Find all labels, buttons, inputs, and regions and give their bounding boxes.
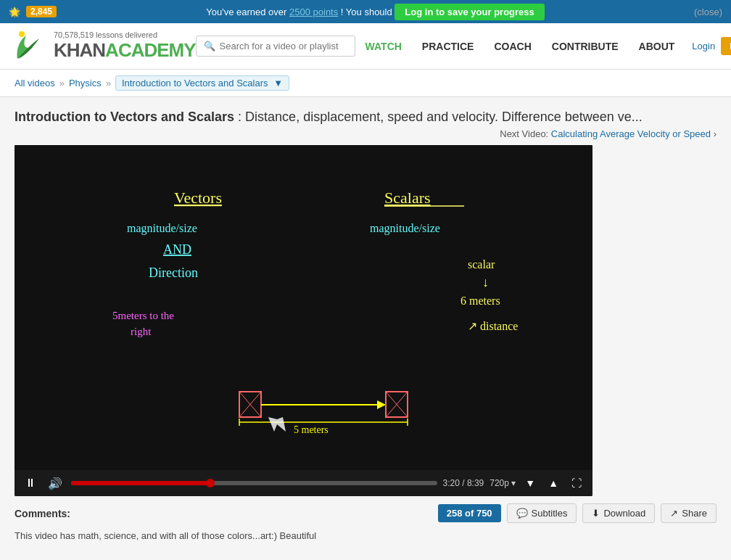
volume-button[interactable]: 🔊 [45,477,65,490]
nav-about[interactable]: ABOUT [629,35,685,58]
nav-practice[interactable]: PRACTICE [412,35,484,58]
header-right: Login Donate f Like 412K [692,37,731,55]
svg-text:magnitude/size: magnitude/size [370,222,440,235]
subtitles-label: Subtitles [532,508,568,519]
logo-area: 70,578,519 lessons delivered KHANACADEMY [12,24,196,68]
time-total: 8:39 [467,478,484,488]
volume-up-button[interactable]: ▲ [545,476,562,490]
time-sep: / [462,478,467,488]
download-button[interactable]: ⬇ Download [582,503,655,523]
subtitles-icon: 💬 [516,508,528,519]
logo-text: 70,578,519 lessons delivered KHANACADEMY [54,30,196,62]
svg-text:↗ distance: ↗ distance [468,320,518,332]
points-link[interactable]: 2500 points [289,7,338,17]
top-bar-left: 🌟 2,845 [9,6,57,17]
nav-coach[interactable]: COACH [484,35,541,58]
khan-text: KHAN [54,39,105,61]
share-label: Share [682,508,707,519]
subtitles-button[interactable]: 💬 Subtitles [507,503,577,523]
earned-text: You've earned over [206,7,289,17]
close-bar-button[interactable]: (close) [694,7,722,17]
video-title: Introduction to Vectors and Scalars : Di… [15,109,716,125]
academy-text: ACADEMY [105,39,195,61]
nav-contribute[interactable]: CONTRIBUTE [542,35,629,58]
svg-text:Scalars: Scalars [384,189,431,207]
volume-down-button[interactable]: ▼ [521,476,539,490]
logo-name: KHANACADEMY [54,39,196,62]
logo-icon [12,24,46,68]
search-icon: 🔍 [204,41,215,52]
breadcrumb-sep2: » [106,78,111,88]
search-input[interactable] [220,41,347,52]
login-save-button[interactable]: Log in to save your progress [395,4,544,20]
video-title-sub: : Distance, displacement, speed and velo… [238,110,643,124]
share-icon: ↗ [670,508,678,519]
breadcrumb-physics[interactable]: Physics [69,78,102,88]
svg-text:Vectors: Vectors [174,189,222,207]
svg-point-0 [19,31,25,37]
earned-text2: ! You should [341,7,392,17]
breadcrumb-dropdown-icon: ▼ [273,78,283,88]
next-arrow-icon: › [714,128,716,139]
breadcrumb-all-videos[interactable]: All videos [15,78,55,88]
notification-bar: 🌟 2,845 You've earned over 2500 points !… [0,0,731,23]
fullscreen-button[interactable]: ⛶ [568,476,585,490]
next-video-link[interactable]: Calculating Average Velocity or Speed [551,128,711,139]
video-content: Vectors Scalars magnitude/size AND Direc… [15,145,592,470]
comment-text: This video has math, science, and with a… [15,529,716,543]
breadcrumb-sep1: » [59,78,65,88]
header: 70,578,519 lessons delivered KHANACADEMY… [0,23,731,70]
nav-area: WATCH PRACTICE COACH CONTRIBUTE ABOUT [355,35,685,58]
login-link[interactable]: Login [692,41,715,52]
search-area: 🔍 [196,36,355,57]
below-video: Comments: 258 of 750 💬 Subtitles ⬇ Downl… [15,503,716,523]
svg-text:right: right [131,326,152,337]
svg-text:5 meters: 5 meters [294,424,329,435]
top-bar-message: You've earned over 2500 points ! You sho… [57,4,694,20]
breadcrumb: All videos » Physics » Introduction to V… [0,70,731,97]
svg-rect-1 [15,145,592,470]
donate-button[interactable]: Donate [721,37,731,55]
svg-text:↓: ↓ [482,275,489,289]
download-label: Download [603,508,645,519]
progress-handle[interactable] [206,479,215,487]
video-screen[interactable]: Vectors Scalars magnitude/size AND Direc… [15,145,592,470]
main-content: Introduction to Vectors and Scalars : Di… [0,97,731,555]
lessons-count: 70,578,519 lessons delivered [54,30,196,39]
quality-button[interactable]: 720p ▾ [490,478,516,488]
progress-bar[interactable] [71,481,437,485]
video-title-main: Introduction to Vectors and Scalars [15,110,234,124]
svg-text:6 meters: 6 meters [461,295,500,307]
comments-count: 258 of 750 [438,504,501,522]
play-pause-button[interactable]: ⏸ [22,477,39,490]
search-box[interactable]: 🔍 [196,36,355,57]
share-button[interactable]: ↗ Share [661,503,716,523]
video-container: Vectors Scalars magnitude/size AND Direc… [15,145,592,496]
time-display: 3:20 / 8:39 [443,478,484,488]
breadcrumb-current-text: Introduction to Vectors and Scalars [122,78,268,88]
svg-text:scalar: scalar [468,258,495,271]
points-badge: 2,845 [26,6,57,17]
star-icon: 🌟 [9,7,20,17]
time-current: 3:20 [443,478,460,488]
breadcrumb-current[interactable]: Introduction to Vectors and Scalars ▼ [115,75,289,91]
svg-text:magnitude/size: magnitude/size [127,222,197,235]
svg-text:Direction: Direction [149,265,198,280]
video-controls: ⏸ 🔊 3:20 / 8:39 720p ▾ ▼ ▲ ⛶ [15,470,592,496]
svg-text:5meters to the: 5meters to the [112,310,174,321]
next-video-bar: Next Video: Calculating Average Velocity… [15,128,716,139]
next-video-label: Next Video: [500,128,548,139]
download-icon: ⬇ [592,508,600,519]
svg-text:AND: AND [163,242,191,257]
video-actions: 258 of 750 💬 Subtitles ⬇ Download ↗ Shar… [438,503,716,523]
progress-fill [71,481,210,485]
nav-watch[interactable]: WATCH [355,35,412,58]
comments-label: Comments: [15,508,70,519]
